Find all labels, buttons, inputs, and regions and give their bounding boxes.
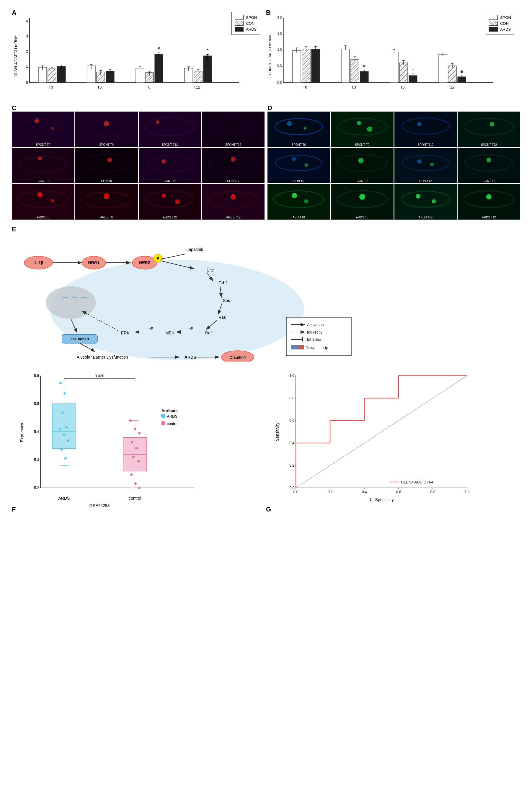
f-ytick-56: 5.6 bbox=[34, 374, 39, 378]
ytick-4: 4 bbox=[26, 19, 28, 23]
pathway-svg: ⌒⌒⌒ IL-1β NRG1 HER2 P Lapatinib bbox=[12, 235, 519, 362]
panel-b: B SPON CON ARDS bbox=[266, 9, 520, 98]
xlabel-t0: T0 bbox=[49, 85, 53, 90]
b-spon-label: SPON bbox=[500, 15, 511, 20]
panel-d-grid: SPONT T0 SPONT T0 SPONT T12 bbox=[267, 112, 520, 219]
ctrl-xlabel: control bbox=[129, 496, 141, 501]
annot-b-t6-star: * bbox=[412, 67, 414, 72]
ards-iqr-box bbox=[52, 404, 76, 449]
raf-text: Raf bbox=[205, 331, 212, 335]
legend-indirect-label: Indirectly bbox=[307, 330, 323, 334]
ards-pt4 bbox=[65, 426, 68, 428]
panel-e-label: E bbox=[12, 226, 16, 233]
d-img-5 bbox=[267, 148, 330, 178]
d-con-t0-1: CON T0 bbox=[267, 148, 330, 183]
d-label-5: CON T0 bbox=[293, 179, 304, 183]
svg-point-117 bbox=[432, 199, 436, 204]
d-label-12: ARDS T12 bbox=[482, 216, 496, 219]
ytick-3: 3 bbox=[26, 34, 28, 38]
yb-tick0: 0.0 bbox=[277, 81, 282, 85]
bb-t0-con bbox=[302, 49, 310, 83]
f-ytick-53: 5.3 bbox=[34, 458, 39, 462]
ards-pt9 bbox=[64, 457, 67, 460]
yb-tick15: 1.5 bbox=[277, 32, 282, 36]
c-label-11: ARDS T12 bbox=[163, 216, 177, 219]
g-xlabel: 1 - Specificity bbox=[369, 497, 394, 502]
bb-t3-con bbox=[351, 59, 359, 83]
b-ards-swatch bbox=[489, 27, 498, 32]
alveolar-text: Alveolar Barrier Dysfunction bbox=[77, 355, 128, 360]
b-xlabel-t3: T3 bbox=[351, 85, 356, 90]
svg-point-110 bbox=[274, 191, 324, 208]
xlabel-t6: T6 bbox=[146, 85, 150, 90]
svg-point-75 bbox=[81, 154, 131, 171]
svg-point-112 bbox=[304, 199, 308, 204]
d-con-t12-2: CON T12 bbox=[458, 148, 520, 183]
annot-b-t12-amp: & bbox=[460, 69, 463, 74]
svg-point-97 bbox=[417, 122, 421, 126]
panel-d-label: D bbox=[267, 104, 272, 112]
roc-svg: Sensitivity 1 - Specificity 0.0 0.2 0.4 … bbox=[272, 370, 502, 512]
panel-e: E ⌒⌒⌒ IL-1β bbox=[12, 226, 520, 363]
f-ylabel: Expression bbox=[19, 422, 24, 442]
svg-point-114 bbox=[359, 194, 365, 200]
yb-tick10: 1.0 bbox=[277, 47, 282, 52]
svg-point-85 bbox=[162, 194, 166, 198]
svg-point-68 bbox=[83, 118, 130, 135]
d-img-1 bbox=[267, 112, 330, 142]
b-xlabel-t6: T6 bbox=[400, 85, 404, 90]
nrg1-text: NRG1 bbox=[88, 260, 100, 265]
annot-b-t3-hash: # bbox=[363, 63, 365, 68]
g-xtick-0: 0.0 bbox=[293, 490, 299, 494]
d-spont-t12-1: SPONT T12 bbox=[395, 112, 457, 147]
yb-title: CLDN-18/GAPDH mRNA bbox=[268, 35, 272, 78]
svg-point-103 bbox=[337, 154, 387, 171]
c-con-t0-1: CON T0 bbox=[12, 148, 74, 183]
ards-pt2 bbox=[63, 392, 66, 394]
ras-text: Ras bbox=[218, 315, 226, 320]
svg-point-106 bbox=[417, 159, 421, 163]
g-ylabel: Sensitivity bbox=[275, 422, 280, 441]
d-img-6 bbox=[331, 148, 394, 178]
c-ards-t12-1: ARDS T12 bbox=[139, 184, 201, 219]
g-xtick-08: 0.8 bbox=[431, 490, 435, 494]
svg-point-115 bbox=[402, 191, 449, 207]
c-label-5: CON T0 bbox=[38, 179, 49, 183]
c-label-7: CON T12 bbox=[164, 179, 176, 183]
c-img-2 bbox=[75, 112, 138, 142]
ards-label: ARDS bbox=[246, 27, 256, 32]
panel-b-label: B bbox=[266, 9, 271, 17]
ctrl-pt9 bbox=[134, 482, 137, 485]
svg-point-92 bbox=[304, 127, 306, 130]
c-img-8 bbox=[202, 148, 265, 178]
boxplot-svg: Expression 5.2 5.3 5.4 5.5 5.6 0.028 bbox=[17, 370, 247, 512]
legend-ards: ARDS bbox=[235, 27, 257, 32]
g-ytick-10: 1.0 bbox=[289, 374, 294, 378]
p-mek-label: +P bbox=[149, 327, 153, 330]
ards-pathway-text: ARDS bbox=[185, 355, 196, 360]
down-label: Down bbox=[306, 346, 315, 350]
ctrl-pt2 bbox=[134, 428, 136, 430]
p-text: P bbox=[157, 256, 159, 261]
svg-point-104 bbox=[358, 158, 363, 163]
b-legend-spon: SPON bbox=[489, 15, 511, 20]
attr-ards-label: ARDS bbox=[167, 414, 177, 419]
c-label-8: CON T12 bbox=[227, 179, 240, 183]
bb-t0-spon bbox=[292, 51, 301, 83]
diagonal-ref bbox=[296, 376, 467, 488]
svg-point-119 bbox=[486, 194, 492, 199]
d-img-2 bbox=[331, 112, 394, 142]
her2-text: HER2 bbox=[139, 260, 150, 265]
c-label-12: ARDS T12 bbox=[226, 216, 240, 219]
panel-f: F Expression 5.2 5.3 5.4 5.5 5.6 bbox=[12, 368, 266, 513]
panel-g-label: G bbox=[266, 506, 271, 513]
c-label-4: SPONT T12 bbox=[225, 143, 241, 147]
svg-point-111 bbox=[292, 193, 297, 198]
b-spon-swatch bbox=[489, 15, 498, 20]
p-raf-label: +P bbox=[189, 327, 193, 330]
svg-point-70 bbox=[156, 120, 159, 124]
g-xtick-02: 0.2 bbox=[328, 490, 333, 494]
g-ytick-02: 0.2 bbox=[289, 463, 294, 467]
annot-t12-star: * bbox=[207, 48, 208, 53]
d-img-12 bbox=[458, 184, 520, 214]
